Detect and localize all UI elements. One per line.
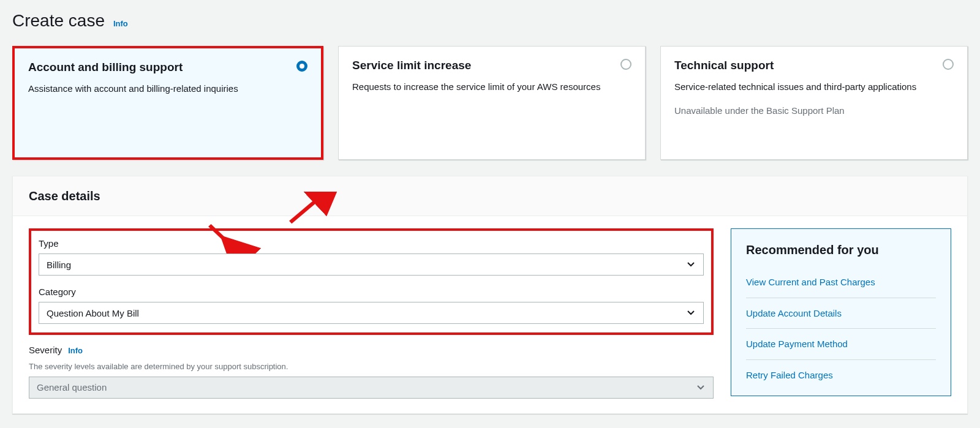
case-type-note: Unavailable under the Basic Support Plan [674,104,954,117]
type-category-highlight: Type Billing Category Question About My … [29,228,714,335]
recommended-heading: Recommended for you [746,241,936,258]
severity-select: General question [29,377,714,399]
type-label: Type [39,237,704,250]
severity-hint: The severity levels available are determ… [29,361,714,372]
recommended-link[interactable]: View Current and Past Charges [746,277,875,287]
category-select[interactable]: Question About My Bill [39,302,704,324]
case-type-options: Account and billing support Assistance w… [12,46,968,160]
category-label: Category [39,285,704,298]
case-type-technical[interactable]: Technical support Service-related techni… [660,46,968,160]
info-link[interactable]: Info [113,18,128,29]
chevron-down-icon [687,310,695,315]
recommended-panel: Recommended for you View Current and Pas… [731,228,951,396]
list-item: Retry Failed Charges [746,360,936,391]
list-item: Update Payment Method [746,329,936,360]
chevron-down-icon [697,385,704,390]
case-type-title: Service limit increase [352,58,631,74]
case-type-service-limit[interactable]: Service limit increase Requests to incre… [338,46,646,160]
recommended-link[interactable]: Update Account Details [746,308,842,318]
case-type-description: Requests to increase the service limit o… [352,80,631,93]
severity-label: Severity [29,344,62,356]
chevron-down-icon [687,262,695,267]
case-details-panel: Case details Type B [12,176,968,413]
case-type-title: Account and billing support [28,59,307,76]
page-title: Create case [12,9,105,32]
case-type-title: Technical support [674,58,954,74]
recommended-link[interactable]: Update Payment Method [746,339,848,349]
case-details-heading: Case details [29,187,951,205]
case-type-description: Assistance with account and billing-rela… [28,82,307,95]
case-type-account-billing[interactable]: Account and billing support Assistance w… [12,46,323,160]
case-type-description: Service-related technical issues and thi… [674,80,954,93]
recommended-link[interactable]: Retry Failed Charges [746,370,833,380]
type-value: Billing [47,258,71,271]
type-select[interactable]: Billing [39,253,704,276]
list-item: View Current and Past Charges [746,267,936,298]
category-value: Question About My Bill [47,307,139,320]
list-item: Update Account Details [746,298,936,329]
severity-info-link[interactable]: Info [68,345,83,356]
severity-value: General question [37,381,107,394]
